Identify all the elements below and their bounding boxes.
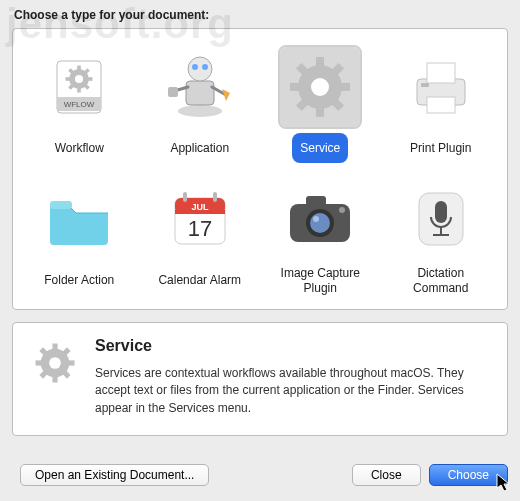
calendar-day: 17 (188, 216, 212, 241)
application-icon (160, 47, 240, 127)
svg-rect-29 (183, 192, 187, 202)
type-label: Application (162, 133, 237, 163)
svg-rect-23 (427, 97, 455, 113)
svg-point-17 (202, 64, 208, 70)
svg-point-16 (192, 64, 198, 70)
svg-rect-32 (306, 196, 326, 206)
choose-button[interactable]: Choose (429, 464, 508, 486)
type-label: Dictation Command (387, 265, 495, 297)
svg-rect-25 (50, 201, 72, 209)
type-tile-workflow[interactable]: WFLOW Workflow (23, 41, 135, 167)
detail-description: Services are contextual workflows availa… (95, 365, 491, 417)
type-tile-service[interactable]: Service (264, 41, 376, 167)
svg-rect-22 (427, 63, 455, 83)
calendar-month: JUL (191, 202, 209, 212)
type-label: Print Plugin (402, 133, 479, 163)
svg-rect-38 (435, 201, 447, 223)
svg-rect-30 (213, 192, 217, 202)
service-icon (280, 47, 360, 127)
image-capture-icon (280, 179, 360, 259)
type-tile-application[interactable]: Application (144, 41, 256, 167)
detail-panel: Service Services are contextual workflow… (12, 322, 508, 436)
close-button[interactable]: Close (352, 464, 421, 486)
detail-title: Service (95, 337, 491, 355)
type-label: Folder Action (36, 265, 122, 295)
print-plugin-icon (401, 47, 481, 127)
type-tile-folder-action[interactable]: Folder Action (23, 173, 135, 301)
type-tile-calendar-alarm[interactable]: JUL 17 Calendar Alarm (144, 173, 256, 301)
detail-service-icon (29, 337, 81, 389)
dialog-heading: Choose a type for your document: (0, 0, 520, 28)
calendar-alarm-icon: JUL 17 (160, 179, 240, 259)
document-type-grid: WFLOW Workflow Appl (21, 41, 499, 301)
dialog-footer: Open an Existing Document... Close Choos… (0, 457, 520, 501)
workflow-icon: WFLOW (39, 47, 119, 127)
svg-point-15 (188, 57, 212, 81)
dictation-command-icon (401, 179, 481, 259)
open-existing-document-button[interactable]: Open an Existing Document... (20, 464, 209, 486)
svg-point-35 (313, 216, 319, 222)
svg-point-36 (339, 207, 345, 213)
type-tile-dictation-command[interactable]: Dictation Command (385, 173, 497, 301)
type-label: Calendar Alarm (150, 265, 249, 295)
svg-rect-14 (186, 81, 214, 105)
document-type-grid-panel: WFLOW Workflow Appl (12, 28, 508, 310)
folder-action-icon (39, 179, 119, 259)
svg-rect-24 (421, 83, 429, 87)
svg-text:WFLOW: WFLOW (64, 100, 95, 109)
type-tile-print-plugin[interactable]: Print Plugin (385, 41, 497, 167)
svg-point-13 (178, 105, 222, 117)
type-label: Workflow (47, 133, 112, 163)
type-label: Service (292, 133, 348, 163)
svg-rect-19 (168, 87, 178, 97)
svg-point-34 (310, 213, 330, 233)
type-tile-image-capture-plugin[interactable]: Image Capture Plugin (264, 173, 376, 301)
type-label: Image Capture Plugin (266, 265, 374, 297)
